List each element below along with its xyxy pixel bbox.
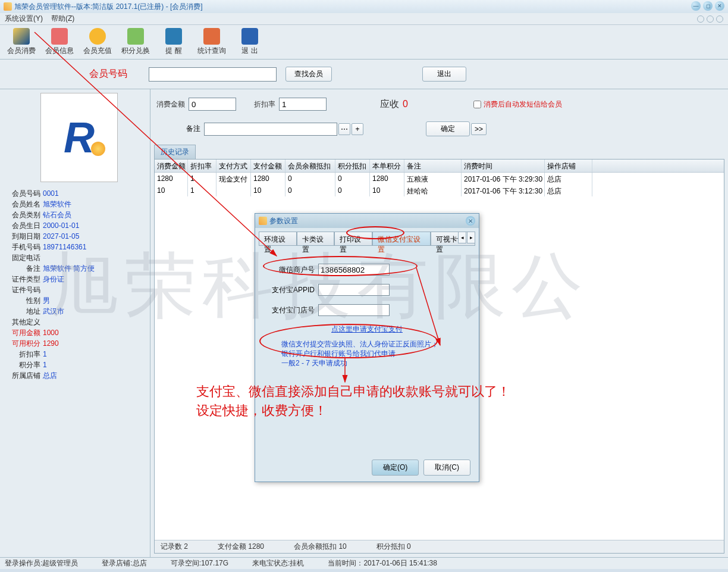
mdi-min-icon[interactable] <box>697 15 704 23</box>
member-到期日期: 到期日期2027-01-05 <box>5 231 145 242</box>
alipay-shop-input[interactable] <box>318 304 390 316</box>
member-code-label: 会员号码 <box>89 68 127 80</box>
exit-button[interactable]: 退出 <box>422 67 466 82</box>
dialog-tab-卡类设置[interactable]: 卡类设置 <box>297 232 335 246</box>
wx-merchant-label: 微信商户号 <box>267 265 315 275</box>
table-row[interactable]: 12801现金支付1280001280五粮液2017-01-06 下午 3:29… <box>155 173 724 185</box>
col-本单积分[interactable]: 本单积分 <box>370 160 404 172</box>
find-member-button[interactable]: 查找会员 <box>285 67 332 82</box>
col-备注[interactable]: 备注 <box>404 160 462 172</box>
member-性别: 性别男 <box>5 295 145 306</box>
col-折扣率[interactable]: 折扣率 <box>188 160 216 172</box>
amount-input[interactable] <box>189 98 236 111</box>
rate-input[interactable] <box>279 98 327 111</box>
dialog-tab-微信支付宝设置[interactable]: 微信支付宝设置 <box>372 232 431 246</box>
history-header: 消费金额折扣率支付方式支付金额会员余额抵扣积分抵扣本单积分备注消费时间操作店铺 <box>155 160 724 173</box>
col-支付金额[interactable]: 支付金额 <box>251 160 285 172</box>
tab-next-icon[interactable]: ▸ <box>467 232 475 243</box>
statusbar: 登录操作员:超级管理员 登录店铺:总店 可录空间:107.17G 来电宝状态:挂… <box>0 557 728 569</box>
searchbar: 会员号码 查找会员 退出 <box>0 60 728 89</box>
footer-balance: 会员余额抵扣 10 <box>294 542 347 552</box>
dialog-tabs: 环境设置卡类设置打印设置微信支付宝设置可视卡设置◂▸ <box>259 232 475 246</box>
more-button[interactable]: >> <box>471 123 487 135</box>
toolbar-退 出[interactable]: 退 出 <box>231 26 269 58</box>
toolbar-icon-0 <box>13 28 30 45</box>
menu-help[interactable]: 帮助(Z) <box>51 14 74 24</box>
member-手机号码: 手机号码18971146361 <box>5 242 145 252</box>
dialog-cancel-button[interactable]: 取消(C) <box>423 460 470 476</box>
toolbar: 会员消费会员信息会员充值积分兑换提 醒统计查询退 出 <box>0 25 728 60</box>
sms-checkbox[interactable] <box>473 101 481 108</box>
remark-browse-button[interactable]: ⋯ <box>338 123 350 135</box>
menu-settings[interactable]: 系统设置(Y) <box>5 14 43 24</box>
close-icon[interactable]: ✕ <box>715 1 724 11</box>
minimize-icon[interactable]: — <box>691 1 701 11</box>
toolbar-icon-1 <box>51 28 68 45</box>
amount-label: 消费金额 <box>156 99 185 110</box>
dialog-icon <box>259 217 267 225</box>
dialog-close-icon[interactable]: ✕ <box>466 216 475 226</box>
member-panel: R 会员号码0001会员姓名旭荣软件会员类别钻石会员会员生日2000-01-01… <box>0 89 150 557</box>
toolbar-icon-2 <box>89 28 106 45</box>
window-title: 旭荣会员管理软件--版本:简洁版 2017.1(已注册) - [会员消费] <box>14 2 203 12</box>
confirm-button[interactable]: 确定 <box>426 121 470 136</box>
member-地址: 地址武汉市 <box>5 306 145 317</box>
member-证件号码: 证件号码 <box>5 285 145 295</box>
due-value: 0 <box>403 99 408 110</box>
toolbar-icon-3 <box>127 28 144 45</box>
member-其他定义: 其他定义 <box>5 317 145 327</box>
sms-label: 消费后自动发短信给会员 <box>484 99 562 110</box>
titlebar: 旭荣会员管理软件--版本:简洁版 2017.1(已注册) - [会员消费] — … <box>0 0 728 13</box>
col-支付方式[interactable]: 支付方式 <box>216 160 251 172</box>
history-footer: 记录数 2 支付金额 1280 会员余额抵扣 10 积分抵扣 0 <box>155 540 724 553</box>
col-积分抵扣[interactable]: 积分抵扣 <box>335 160 370 172</box>
member-所属店铺: 所属店铺总店 <box>5 370 145 381</box>
alipay-appid-input[interactable] <box>318 284 390 296</box>
member-备注: 备注旭荣软件 简方便 <box>5 263 145 274</box>
dialog-title: 参数设置 <box>269 216 298 226</box>
dialog-ok-button[interactable]: 确定(O) <box>372 460 419 476</box>
member-logo: R <box>40 93 118 182</box>
dialog-tab-环境设置[interactable]: 环境设置 <box>259 232 297 246</box>
wx-merchant-input[interactable] <box>318 264 390 276</box>
toolbar-会员充值[interactable]: 会员充值 <box>79 26 117 58</box>
col-消费时间[interactable]: 消费时间 <box>462 160 545 172</box>
due-label: 应收 <box>380 98 399 111</box>
remark-input[interactable] <box>204 123 337 136</box>
footer-points: 积分抵扣 0 <box>376 542 411 552</box>
toolbar-icon-4 <box>165 28 182 45</box>
toolbar-icon-6 <box>241 28 258 45</box>
toolbar-icon-5 <box>203 28 220 45</box>
settings-dialog: 参数设置 ✕ 环境设置卡类设置打印设置微信支付宝设置可视卡设置◂▸ 微信商户号 … <box>255 213 479 482</box>
col-操作店铺[interactable]: 操作店铺 <box>545 160 592 172</box>
member-会员类别: 会员类别钻石会员 <box>5 210 145 220</box>
mdi-close-icon[interactable] <box>716 15 723 23</box>
status-operator: 登录操作员:超级管理员 <box>5 558 78 568</box>
tab-prev-icon[interactable]: ◂ <box>458 232 466 243</box>
toolbar-会员信息[interactable]: 会员信息 <box>40 26 79 58</box>
dialog-tab-打印设置[interactable]: 打印设置 <box>334 232 372 246</box>
member-code-input[interactable] <box>149 67 277 82</box>
toolbar-会员消费[interactable]: 会员消费 <box>2 26 40 58</box>
apply-alipay-link[interactable]: 点这里申请支付宝支付 <box>267 324 467 335</box>
member-会员姓名: 会员姓名旭荣软件 <box>5 199 145 210</box>
status-time: 当前时间：2017-01-06日 15:41:38 <box>328 558 437 568</box>
table-row[interactable]: 101100010娃哈哈2017-01-06 下午 3:12:30总店 <box>155 185 724 196</box>
rate-label: 折扣率 <box>254 99 275 110</box>
history-tab[interactable]: 历史记录 <box>154 145 196 159</box>
member-可用积分: 可用积分1290 <box>5 338 145 349</box>
status-store: 登录店铺:总店 <box>102 558 146 568</box>
col-消费金额[interactable]: 消费金额 <box>155 160 188 172</box>
member-可用金额: 可用金额1000 <box>5 327 145 338</box>
remark-add-button[interactable]: + <box>352 123 363 135</box>
col-会员余额抵扣[interactable]: 会员余额抵扣 <box>285 160 335 172</box>
maximize-icon[interactable]: ◻ <box>703 1 713 11</box>
toolbar-提 醒[interactable]: 提 醒 <box>155 26 193 58</box>
member-固定电话: 固定电话 <box>5 252 145 263</box>
toolbar-积分兑换[interactable]: 积分兑换 <box>117 26 155 58</box>
mdi-max-icon[interactable] <box>707 15 714 23</box>
toolbar-统计查询[interactable]: 统计查询 <box>193 26 231 58</box>
footer-pay: 支付金额 1280 <box>218 542 264 552</box>
menubar: 系统设置(Y) 帮助(Z) <box>0 13 728 25</box>
alipay-shop-label: 支付宝门店号 <box>267 305 315 315</box>
